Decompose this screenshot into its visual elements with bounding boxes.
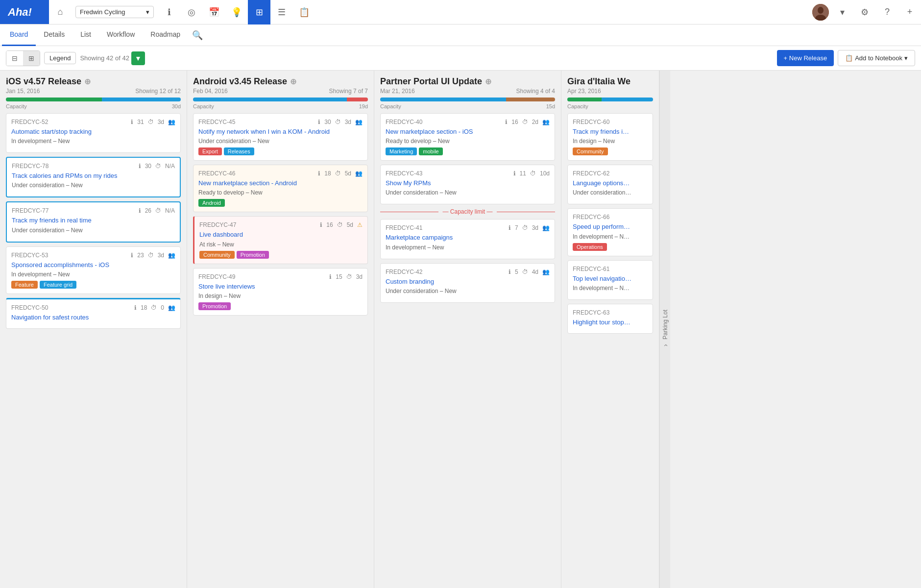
- card-title: Language options…: [573, 179, 648, 188]
- tab-workflow[interactable]: Workflow: [99, 24, 143, 46]
- tag-promotion[interactable]: Promotion: [198, 302, 231, 310]
- time-icon: ⏱: [530, 170, 536, 177]
- capacity-bar-red-android: [347, 98, 368, 101]
- card-title: Sponsored accomplishments - iOS: [11, 261, 175, 270]
- tag-feature-grid[interactable]: Feature grid: [40, 281, 76, 289]
- help-icon[interactable]: ?: [876, 0, 898, 24]
- tag-community[interactable]: Community: [573, 147, 608, 155]
- tag-android[interactable]: Android: [198, 199, 225, 207]
- card-id: FREDCYC-41: [386, 224, 422, 231]
- card-title: Automatic start/stop tracking: [11, 127, 175, 136]
- legend-button[interactable]: Legend: [44, 52, 76, 64]
- tab-board[interactable]: Board: [2, 24, 36, 46]
- capacity-label-gira: Capacity: [567, 103, 588, 109]
- card-fredcyc-78[interactable]: FREDCYC-78 ℹ 30 ⏱ N/A Track calories and…: [6, 157, 181, 197]
- card-fredcyc-41[interactable]: FREDCYC-41 ℹ 7 ⏱ 3d 👥 Marketplace campai…: [380, 219, 555, 259]
- view-multi-col[interactable]: ⊞: [23, 51, 40, 66]
- card-time: 2d: [532, 119, 538, 125]
- notebook-icon[interactable]: 📋: [293, 0, 315, 24]
- card-fredcyc-43[interactable]: FREDCYC-43 ℹ 11 ⏱ 10d Show My RPMs Under…: [380, 165, 555, 204]
- card-status: Under consideration – New: [12, 182, 175, 189]
- list-icon[interactable]: ☰: [270, 0, 293, 24]
- tag-feature[interactable]: Feature: [11, 281, 38, 289]
- card-fredcyc-66[interactable]: FREDCYC-66 Speed up perform… In developm…: [567, 208, 653, 256]
- calendar-icon[interactable]: 📅: [203, 0, 225, 24]
- card-time: 3d: [532, 224, 538, 231]
- column-showing-android: Showing 7 of 7: [329, 88, 368, 95]
- card-fredcyc-49[interactable]: FREDCYC-49 ℹ 15 ⏱ 3d Store live intervie…: [193, 268, 368, 316]
- tab-roadmap[interactable]: Roadmap: [143, 24, 188, 46]
- card-status: In development – N…: [573, 285, 648, 292]
- card-fredcyc-53[interactable]: FREDCYC-53 ℹ 23 ⏱ 3d 👥 Sponsored accompl…: [6, 246, 181, 294]
- card-fredcyc-62[interactable]: FREDCYC-62 Language options… Under consi…: [567, 165, 653, 204]
- tab-details[interactable]: Details: [36, 24, 73, 46]
- card-status: Under consideration – New: [198, 138, 363, 145]
- time-icon: ⏱: [335, 170, 341, 177]
- card-fredcyc-52[interactable]: FREDCYC-52 ℹ 31 ⏱ 3d 👥 Automatic start/s…: [6, 113, 181, 153]
- user-chevron-icon[interactable]: ▾: [831, 0, 853, 24]
- card-title: Track my friends in real time: [12, 216, 175, 225]
- card-status: In design – New: [573, 138, 648, 145]
- search-icon[interactable]: 🔍: [192, 30, 203, 41]
- score-icon: ℹ: [134, 304, 137, 311]
- card-title: Top level navigatio…: [573, 274, 648, 283]
- info-icon[interactable]: ℹ: [158, 0, 180, 24]
- card-score: 18: [141, 304, 147, 311]
- score-icon: ℹ: [320, 221, 322, 228]
- avatar[interactable]: [812, 4, 829, 21]
- workspace-selector[interactable]: Fredwin Cycling ▾: [75, 6, 154, 18]
- card-fredcyc-47[interactable]: FREDCYC-47 ℹ 16 ⏱ 5d ⚠ Live dashboard At…: [193, 216, 368, 264]
- capacity-bar-green-gira: [567, 98, 602, 101]
- card-score: 16: [511, 119, 518, 125]
- tag-community[interactable]: Community: [199, 251, 235, 259]
- score-icon: ℹ: [139, 207, 141, 214]
- tag-marketing[interactable]: Marketing: [386, 147, 417, 155]
- home-icon[interactable]: ⌂: [49, 0, 72, 24]
- board: iOS v4.57 Release ⊕ Jan 15, 2016 Showing…: [0, 71, 921, 588]
- tag-releases[interactable]: Releases: [224, 147, 254, 155]
- column-ios: iOS v4.57 Release ⊕ Jan 15, 2016 Showing…: [0, 71, 187, 588]
- overcapacity-icon: 👥: [542, 269, 550, 275]
- parking-lot[interactable]: › Parking Lot: [659, 71, 670, 588]
- card-fredcyc-77[interactable]: FREDCYC-77 ℹ 26 ⏱ N/A Track my friends i…: [6, 201, 181, 242]
- tag-export[interactable]: Export: [198, 147, 222, 155]
- card-id: FREDCYC-43: [386, 170, 422, 177]
- tab-list[interactable]: List: [73, 24, 99, 46]
- capacity-value-android: 19d: [359, 103, 368, 109]
- card-fredcyc-50[interactable]: FREDCYC-50 ℹ 18 ⏱ 0 👥 Navigation for saf…: [6, 298, 181, 329]
- tag-promotion[interactable]: Promotion: [237, 251, 269, 259]
- grid-icon[interactable]: ⊞: [248, 0, 270, 24]
- new-release-button[interactable]: + New Release: [777, 50, 834, 66]
- settings-icon[interactable]: ⚙: [853, 0, 876, 24]
- card-fredcyc-63[interactable]: FREDCYC-63 Highlight tour stop…: [567, 304, 653, 334]
- card-score: 23: [137, 252, 144, 259]
- card-status: Under consideration – New: [386, 288, 550, 294]
- overcapacity-icon: 👥: [542, 224, 550, 231]
- card-fredcyc-61[interactable]: FREDCYC-61 Top level navigatio… In devel…: [567, 260, 653, 300]
- column-add-icon-ios[interactable]: ⊕: [84, 77, 91, 86]
- column-date-ios: Jan 15, 2016: [6, 88, 40, 95]
- card-fredcyc-40[interactable]: FREDCYC-40 ℹ 16 ⏱ 2d 👥 New marketplace s…: [380, 113, 555, 161]
- card-fredcyc-46[interactable]: FREDCYC-46 ℹ 18 ⏱ 5d 👥 New marketplace s…: [193, 165, 368, 212]
- filter-icon[interactable]: ▼: [131, 51, 145, 65]
- app-logo[interactable]: Aha!: [0, 0, 49, 24]
- card-score: 15: [336, 273, 342, 280]
- column-header-android: Android v3.45 Release ⊕ Feb 04, 2016 Sho…: [193, 76, 368, 109]
- card-fredcyc-45[interactable]: FREDCYC-45 ℹ 30 ⏱ 3d 👥 Notify my network…: [193, 113, 368, 161]
- bulb-icon[interactable]: 💡: [225, 0, 248, 24]
- add-notebook-button[interactable]: 📋 Add to Notebook ▾: [838, 50, 915, 66]
- card-fredcyc-42[interactable]: FREDCYC-42 ℹ 5 ⏱ 4d 👥 Custom branding Un…: [380, 263, 555, 303]
- capacity-label-android: Capacity: [193, 103, 214, 109]
- column-add-icon-android[interactable]: ⊕: [290, 77, 296, 86]
- time-icon: ⏱: [337, 221, 343, 228]
- view-single-col[interactable]: ⊟: [6, 51, 23, 66]
- tag-mobile[interactable]: mobile: [419, 147, 442, 155]
- add-icon[interactable]: +: [898, 0, 921, 24]
- card-title: Show My RPMs: [386, 179, 550, 188]
- card-time: 5d: [347, 221, 353, 228]
- card-fredcyc-60[interactable]: FREDCYC-60 Track my friends i… In design…: [567, 113, 653, 161]
- capacity-limit-line: — Capacity limit —: [380, 208, 555, 215]
- column-add-icon-partner[interactable]: ⊕: [485, 77, 491, 86]
- target-icon[interactable]: ◎: [180, 0, 203, 24]
- tag-operations[interactable]: Operations: [573, 243, 607, 251]
